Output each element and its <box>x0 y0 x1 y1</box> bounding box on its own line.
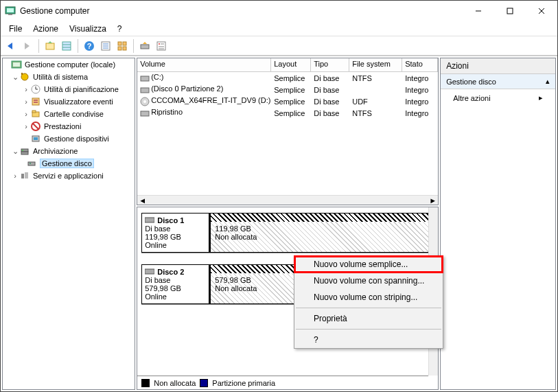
grid-button[interactable] <box>115 38 130 54</box>
disk-info: Disco 2 Di base 579,98 GB Online <box>141 264 210 304</box>
tree-shared[interactable]: ›Cartelle condivise <box>3 108 135 120</box>
legend: Non allocata Partizione primaria <box>137 376 428 389</box>
col-status[interactable]: Stato <box>402 58 438 71</box>
disk-info: Disco 1 Di base 119,98 GB Online <box>141 213 210 253</box>
svg-rect-51 <box>141 88 149 93</box>
ctx-new-striped-volume[interactable]: Nuovo volume con striping... <box>294 289 443 305</box>
menu-action[interactable]: Azione <box>27 23 64 35</box>
ctx-new-spanned-volume[interactable]: Nuovo volume con spanning... <box>294 273 443 289</box>
col-layout[interactable]: Layout <box>271 58 311 71</box>
svg-rect-21 <box>141 45 149 49</box>
svg-line-40 <box>33 124 38 129</box>
minimize-button[interactable] <box>463 1 494 21</box>
refresh-button[interactable] <box>137 38 152 54</box>
svg-rect-55 <box>145 218 154 222</box>
close-button[interactable] <box>526 1 557 21</box>
col-type[interactable]: Tipo <box>311 58 349 71</box>
table-header: Volume Layout Tipo File system Stato <box>137 58 438 72</box>
list-button[interactable] <box>98 38 113 54</box>
actions-more[interactable]: Altre azioni▸ <box>441 89 555 106</box>
svg-point-45 <box>22 150 23 151</box>
svg-rect-20 <box>123 47 126 50</box>
svg-point-53 <box>143 100 146 103</box>
ctx-separator <box>296 329 441 330</box>
menu-help[interactable]: ? <box>112 23 128 35</box>
context-menu: Nuovo volume semplice... Nuovo volume co… <box>294 255 443 349</box>
app-icon <box>5 5 16 16</box>
svg-rect-17 <box>118 42 121 45</box>
tree-diskmgmt[interactable]: Gestione disco <box>3 157 135 170</box>
svg-rect-2 <box>8 14 12 15</box>
svg-rect-44 <box>21 152 28 154</box>
ctx-separator <box>296 308 441 308</box>
svg-text:?: ? <box>87 42 92 50</box>
tree-root[interactable]: Gestione computer (locale) <box>3 58 135 71</box>
svg-rect-46 <box>28 162 35 165</box>
svg-rect-34 <box>32 98 39 105</box>
titlebar: Gestione computer <box>1 1 557 21</box>
window-title: Gestione computer <box>20 6 463 16</box>
svg-rect-30 <box>21 73 23 75</box>
forward-button[interactable] <box>20 38 35 54</box>
tree-arch[interactable]: ⌄Archiviazione <box>3 145 135 157</box>
menubar: File Azione Visualizza ? <box>1 21 557 36</box>
partition-bar <box>211 214 433 222</box>
actions-section[interactable]: Gestione disco▴ <box>441 74 555 89</box>
disk-icon <box>145 216 154 224</box>
svg-rect-28 <box>13 62 20 67</box>
ctx-help[interactable]: ? <box>294 332 443 348</box>
up-button[interactable] <box>43 38 58 54</box>
table-row[interactable]: (Disco 0 Partizione 2)SempliceDi baseInt… <box>137 84 438 95</box>
help-button[interactable]: ? <box>82 38 97 54</box>
svg-rect-56 <box>145 269 154 274</box>
legend-swatch-unalloc <box>141 379 150 387</box>
menu-view[interactable]: Visualizza <box>64 23 112 35</box>
disk-partition[interactable]: 119,98 GB Non allocata <box>210 213 434 253</box>
svg-rect-1 <box>7 8 14 12</box>
svg-point-23 <box>159 43 160 45</box>
back-button[interactable] <box>3 38 19 54</box>
actions-panel: Azioni Gestione disco▴ Altre azioni▸ <box>440 58 556 390</box>
table-row[interactable]: CCCOMA_X64FRE_IT-IT_DV9 (D:)SempliceDi b… <box>137 95 438 107</box>
properties-button[interactable] <box>154 38 169 54</box>
tree-panel[interactable]: Gestione computer (locale) ⌄Utilità di s… <box>2 58 135 390</box>
svg-rect-48 <box>21 174 24 178</box>
menu-file[interactable]: File <box>3 23 27 35</box>
partition-body: 119,98 GB Non allocata <box>211 222 433 252</box>
ctx-new-simple-volume[interactable]: Nuovo volume semplice... <box>294 256 443 273</box>
volumes-table: Volume Layout Tipo File system Stato (C:… <box>137 58 439 205</box>
content-area: Gestione computer (locale) ⌄Utilità di s… <box>1 56 557 391</box>
svg-rect-8 <box>62 42 71 50</box>
col-volume[interactable]: Volume <box>137 58 271 71</box>
h-scrollbar[interactable]: ◄► <box>137 195 438 205</box>
tree-perf[interactable]: ›Prestazioni <box>3 120 135 132</box>
svg-rect-19 <box>118 47 121 50</box>
svg-rect-42 <box>34 137 38 140</box>
svg-rect-50 <box>141 76 149 81</box>
tree-eventviewer[interactable]: ›Visualizzatore eventi <box>3 95 135 108</box>
svg-point-47 <box>30 163 31 164</box>
chevron-right-icon: ▸ <box>539 93 543 102</box>
col-filesystem[interactable]: File system <box>349 58 402 71</box>
collapse-icon: ▴ <box>546 77 550 86</box>
tree-sys[interactable]: ⌄Utilità di sistema <box>3 71 135 83</box>
svg-rect-38 <box>32 111 36 113</box>
maximize-button[interactable] <box>494 1 526 21</box>
ctx-properties[interactable]: Proprietà <box>294 310 443 327</box>
disk-row-1[interactable]: Disco 1 Di base 119,98 GB Online 119,98 … <box>141 213 434 253</box>
toolbar: ? <box>1 36 557 56</box>
svg-rect-4 <box>507 8 513 14</box>
table-row[interactable]: RipristinoSempliceDi baseNTFSIntegro <box>137 107 438 119</box>
table-row[interactable]: (C:)SempliceDi baseNTFSIntegro <box>137 72 438 84</box>
svg-rect-18 <box>123 42 126 45</box>
disk-icon <box>145 268 154 276</box>
tree-srv[interactable]: ›Servizi e applicazioni <box>3 170 135 182</box>
window: Gestione computer File Azione Visualizza… <box>0 0 558 392</box>
tree-scheduler[interactable]: ›Utilità di pianificazione <box>3 83 135 95</box>
actions-header: Azioni <box>441 58 555 74</box>
legend-swatch-primary <box>200 379 208 387</box>
tree-devmgr[interactable]: Gestione dispositivi <box>3 132 135 145</box>
table-body: (C:)SempliceDi baseNTFSIntegro (Disco 0 … <box>137 72 438 195</box>
svg-rect-7 <box>46 43 54 49</box>
view-detail-button[interactable] <box>59 38 74 54</box>
